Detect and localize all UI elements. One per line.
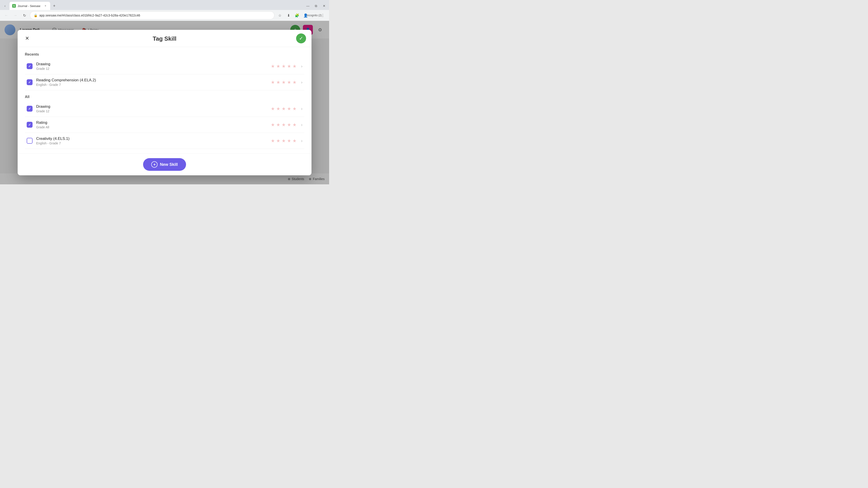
star-3[interactable]: ★ [282, 79, 286, 85]
skill-stars-reading-recent: ★ ★ ★ ★ ★ [271, 79, 297, 85]
skill-name-rating-all: Rating [36, 121, 271, 125]
star-5[interactable]: ★ [292, 64, 297, 69]
star-1[interactable]: ★ [271, 122, 275, 127]
download-icon: ⬇ [287, 13, 290, 18]
downloads-button[interactable]: ⬇ [285, 12, 292, 19]
skill-checkbox-reading-recent[interactable]: ✓ [27, 79, 33, 85]
skill-grade-drawing-recent: Grade 12 [36, 67, 271, 70]
new-skill-button[interactable]: + New Skill [143, 158, 186, 171]
chevron-right-icon: › [301, 123, 303, 127]
skill-grade-creativity-all: English - Grade 7 [36, 141, 271, 145]
skill-info-drawing-recent: Drawing Grade 12 [36, 62, 271, 70]
skill-checkbox-rating-all[interactable]: ✓ [27, 122, 33, 128]
skill-name-reading-recent: Reading Comprehension (4.ELA.2) [36, 78, 271, 83]
tab-close-button[interactable]: × [43, 4, 48, 8]
star-4[interactable]: ★ [287, 122, 291, 127]
chevron-right-icon: › [301, 80, 303, 85]
star-2[interactable]: ★ [276, 122, 280, 127]
star-1[interactable]: ★ [271, 79, 275, 85]
skill-name-drawing-recent: Drawing [36, 62, 271, 66]
tab-back-btn[interactable]: ‹ [2, 3, 8, 9]
forward-button[interactable]: → [12, 12, 19, 19]
skill-item-drawing-all[interactable]: ✓ Drawing Grade 12 ★ ★ ★ ★ ★ › [25, 101, 304, 117]
new-skill-label: New Skill [160, 162, 178, 167]
star-4[interactable]: ★ [287, 79, 291, 85]
back-button[interactable]: ← [3, 12, 10, 19]
skill-stars-drawing-recent: ★ ★ ★ ★ ★ [271, 64, 297, 69]
skill-info-reading-recent: Reading Comprehension (4.ELA.2) English … [36, 78, 271, 87]
app-background: Lauren Deli 💬 Messages 📚 Library + 👤 ⚙ ✕… [0, 21, 329, 184]
modal-header: ✕ Tag Skill ✓ [18, 30, 311, 47]
star-4[interactable]: ★ [287, 138, 291, 143]
skill-name-creativity-all: Creativity (4.ELS.1) [36, 136, 271, 141]
all-section-label: All [25, 95, 304, 99]
modal-scroll-area[interactable]: Recents ✓ Drawing Grade 12 ★ ★ ★ ★ [18, 47, 311, 153]
skill-item-reading-recent[interactable]: ✓ Reading Comprehension (4.ELA.2) Englis… [25, 74, 304, 90]
star-5[interactable]: ★ [292, 79, 297, 85]
skill-grade-rating-all: Grade All [36, 125, 271, 129]
star-5[interactable]: ★ [292, 122, 297, 127]
skill-checkbox-drawing-all[interactable]: ✓ [27, 106, 33, 111]
star-3[interactable]: ★ [282, 138, 286, 143]
url-text: app.seesaw.me/#/class/class.e01bf4c2-9a2… [39, 13, 271, 17]
skill-stars-drawing-all: ★ ★ ★ ★ ★ [271, 106, 297, 111]
skill-name-drawing-all: Drawing [36, 104, 271, 109]
star-2[interactable]: ★ [276, 79, 280, 85]
tag-skill-modal: ✕ Tag Skill ✓ Recents ✓ Drawing Grad [18, 30, 311, 175]
checkmark-drawing-all: ✓ [28, 107, 31, 110]
url-bar[interactable]: 🔒 app.seesaw.me/#/class/class.e01bf4c2-9… [30, 11, 274, 20]
star-3[interactable]: ★ [282, 106, 286, 111]
incognito-button[interactable]: Incognito (2) [311, 12, 318, 19]
new-tab-button[interactable]: + [51, 3, 57, 9]
forward-icon: → [13, 13, 17, 18]
tab-title-text: Journal - Seesaw [18, 4, 42, 8]
skill-info-drawing-all: Drawing Grade 12 [36, 104, 271, 113]
window-minimize-button[interactable]: — [305, 3, 311, 9]
three-dots-icon: ⋮ [321, 13, 324, 18]
checkmark-drawing-recent: ✓ [28, 64, 31, 68]
lock-icon: 🔒 [34, 13, 37, 17]
modal-overlay: ✕ Tag Skill ✓ Recents ✓ Drawing Grad [0, 21, 329, 184]
star-1[interactable]: ★ [271, 64, 275, 69]
skill-item-rating-all[interactable]: ✓ Rating Grade All ★ ★ ★ ★ ★ › [25, 117, 304, 133]
window-close-button[interactable]: ✕ [321, 3, 327, 9]
chevron-right-icon: › [301, 106, 303, 111]
plus-circle-icon: + [151, 161, 158, 168]
back-icon: ← [4, 13, 8, 18]
bookmark-icon: ☆ [278, 13, 281, 18]
star-5[interactable]: ★ [292, 138, 297, 143]
star-5[interactable]: ★ [292, 106, 297, 111]
skill-item-drawing-recent[interactable]: ✓ Drawing Grade 12 ★ ★ ★ ★ ★ › [25, 58, 304, 74]
modal-title: Tag Skill [153, 35, 177, 42]
bookmark-button[interactable]: ☆ [276, 12, 283, 19]
star-2[interactable]: ★ [276, 64, 280, 69]
skill-stars-creativity-all: ★ ★ ★ ★ ★ [271, 138, 297, 143]
star-1[interactable]: ★ [271, 106, 275, 111]
chevron-right-icon: › [301, 138, 303, 143]
extensions-button[interactable]: 🧩 [293, 12, 301, 19]
star-2[interactable]: ★ [276, 138, 280, 143]
skill-grade-reading-recent: English - Grade 7 [36, 83, 271, 87]
checkmark-reading-recent: ✓ [28, 80, 31, 84]
skill-grade-drawing-all: Grade 12 [36, 109, 271, 113]
recents-section-label: Recents [25, 53, 304, 57]
chevron-left-icon: ‹ [4, 4, 6, 8]
modal-confirm-button[interactable]: ✓ [296, 33, 306, 43]
star-2[interactable]: ★ [276, 106, 280, 111]
star-4[interactable]: ★ [287, 106, 291, 111]
star-1[interactable]: ★ [271, 138, 275, 143]
active-tab[interactable]: S Journal - Seesaw × [9, 2, 50, 10]
skill-item-creativity-all[interactable]: Creativity (4.ELS.1) English - Grade 7 ★… [25, 133, 304, 149]
star-3[interactable]: ★ [282, 64, 286, 69]
skill-checkbox-drawing-recent[interactable]: ✓ [27, 63, 33, 69]
window-maximize-button[interactable]: ⧉ [313, 3, 319, 9]
star-4[interactable]: ★ [287, 64, 291, 69]
modal-close-button[interactable]: ✕ [23, 34, 31, 42]
skill-checkbox-creativity-all[interactable] [27, 138, 33, 144]
checkmark-rating-all: ✓ [28, 123, 31, 127]
skill-info-creativity-all: Creativity (4.ELS.1) English - Grade 7 [36, 136, 271, 145]
star-3[interactable]: ★ [282, 122, 286, 127]
puzzle-icon: 🧩 [295, 13, 299, 18]
refresh-button[interactable]: ↻ [21, 12, 28, 19]
more-options-button[interactable]: ⋮ [319, 12, 327, 19]
